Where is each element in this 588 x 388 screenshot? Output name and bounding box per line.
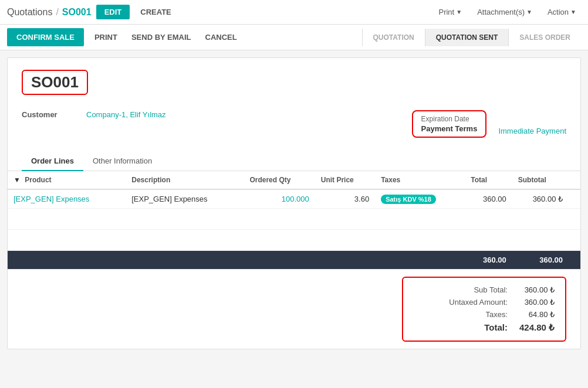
- cell-description: [EXP_GEN] Expenses: [126, 189, 244, 209]
- total-value: 424.80 ₺: [508, 322, 555, 333]
- status-quotation[interactable]: QUOTATION: [362, 29, 425, 46]
- tax-badge: Satış KDV %18: [381, 195, 436, 204]
- cell-total: 360.00: [465, 189, 512, 209]
- table-header-row: ▼ Product Description Ordered Qty Unit P…: [8, 171, 580, 189]
- total-label: Total:: [414, 322, 508, 333]
- top-nav: Quotations / SO001 EDIT CREATE Print ▼ A…: [0, 0, 588, 25]
- sub-total-value: 360.00 ₺: [508, 285, 555, 294]
- col-total: Total: [465, 171, 512, 189]
- tab-other-information[interactable]: Other Information: [83, 152, 161, 171]
- untaxed-value: 360.00 ₺: [508, 298, 555, 307]
- sort-arrow-icon: ▼: [13, 176, 21, 184]
- footer-total: 360.00: [465, 251, 512, 270]
- summary-section: Sub Total: 360.00 ₺ Untaxed Amount: 360.…: [8, 270, 580, 349]
- action-bar: CONFIRM SALE PRINT SEND BY EMAIL CANCEL …: [0, 25, 588, 50]
- breadcrumb: Quotations / SO001: [7, 7, 92, 18]
- taxes-row: Taxes: 64.80 ₺: [414, 308, 555, 321]
- form-header: SO001: [8, 58, 580, 110]
- total-row: Total: 424.80 ₺: [414, 321, 555, 335]
- status-quotation-sent[interactable]: QUOTATION SENT: [425, 29, 509, 46]
- tab-order-lines[interactable]: Order Lines: [22, 152, 83, 171]
- order-number: SO001: [22, 70, 88, 95]
- footer-scroll: [569, 251, 580, 270]
- print-dropdown-arrow: ▼: [456, 9, 462, 15]
- status-sales-order[interactable]: SALES ORDER: [508, 29, 581, 46]
- payment-field-group: Expiration Date Payment Terms Immediate …: [412, 110, 566, 138]
- breadcrumb-parent[interactable]: Quotations: [7, 7, 52, 18]
- col-subtotal: Subtotal: [512, 171, 569, 189]
- form-fields: Customer Company-1, Elif Yılmaz Expirati…: [8, 110, 580, 144]
- payment-terms-box: Expiration Date Payment Terms: [412, 110, 487, 138]
- confirm-sale-button[interactable]: CONFIRM SALE: [7, 28, 84, 46]
- attachments-button[interactable]: Attachment(s) ▼: [472, 5, 537, 19]
- top-nav-actions: Print ▼ Attachment(s) ▼ Action ▼: [434, 5, 581, 19]
- cell-unit-price[interactable]: 3.60: [315, 189, 375, 209]
- cancel-button[interactable]: CANCEL: [198, 28, 244, 46]
- customer-value[interactable]: Company-1, Elif Yılmaz: [86, 110, 166, 119]
- expiration-date-label: Expiration Date: [421, 115, 478, 123]
- cell-taxes: Satış KDV %18: [375, 189, 465, 209]
- empty-row-2: [8, 230, 580, 251]
- order-table: ▼ Product Description Ordered Qty Unit P…: [8, 171, 580, 270]
- col-scroll: [569, 171, 580, 189]
- col-ordered-qty: Ordered Qty: [244, 171, 315, 189]
- untaxed-label: Untaxed Amount:: [414, 298, 508, 307]
- cell-subtotal: 360.00 ₺: [512, 189, 569, 209]
- footer-subtotal: 360.00: [512, 251, 569, 270]
- edit-button[interactable]: EDIT: [96, 5, 130, 19]
- taxes-label: Taxes:: [414, 310, 508, 319]
- print-action-button[interactable]: PRINT: [87, 28, 124, 46]
- col-taxes: Taxes: [375, 171, 465, 189]
- tabs: Order Lines Other Information: [8, 152, 580, 171]
- attachments-dropdown-arrow: ▼: [526, 9, 532, 15]
- payment-terms-value[interactable]: Immediate Payment: [498, 127, 566, 138]
- action-dropdown-arrow: ▼: [570, 9, 576, 15]
- status-steps: QUOTATION QUOTATION SENT SALES ORDER: [362, 29, 581, 46]
- main-content: SO001 Customer Company-1, Elif Yılmaz Ex…: [7, 57, 581, 349]
- payment-terms-label: Payment Terms: [421, 124, 478, 133]
- table-footer-row: 360.00 360.00: [8, 251, 580, 270]
- summary-box: Sub Total: 360.00 ₺ Untaxed Amount: 360.…: [402, 277, 566, 342]
- taxes-value: 64.80 ₺: [508, 310, 555, 319]
- col-product: ▼ Product: [8, 171, 126, 189]
- col-description: Description: [126, 171, 244, 189]
- print-button[interactable]: Print ▼: [434, 5, 467, 19]
- customer-field-group: Customer Company-1, Elif Yılmaz: [22, 110, 166, 138]
- cell-ordered-qty[interactable]: 100.000: [244, 189, 315, 209]
- subtotal-row: Sub Total: 360.00 ₺: [414, 284, 555, 296]
- cell-scroll-spacer: [569, 189, 580, 209]
- breadcrumb-current: SO001: [62, 7, 92, 18]
- table-row: [EXP_GEN] Expenses [EXP_GEN] Expenses 10…: [8, 189, 580, 209]
- customer-label: Customer: [22, 110, 80, 119]
- empty-row: [8, 209, 580, 230]
- col-unit-price: Unit Price: [315, 171, 375, 189]
- action-button[interactable]: Action ▼: [543, 5, 581, 19]
- customer-row: Customer Company-1, Elif Yılmaz: [22, 110, 166, 119]
- cell-product[interactable]: [EXP_GEN] Expenses: [8, 189, 126, 209]
- footer-spacer: [8, 251, 465, 270]
- send-by-email-button[interactable]: SEND BY EMAIL: [124, 28, 198, 46]
- sub-total-label: Sub Total:: [414, 285, 508, 294]
- breadcrumb-sep: /: [56, 7, 58, 18]
- untaxed-row: Untaxed Amount: 360.00 ₺: [414, 296, 555, 308]
- create-button[interactable]: CREATE: [134, 5, 177, 19]
